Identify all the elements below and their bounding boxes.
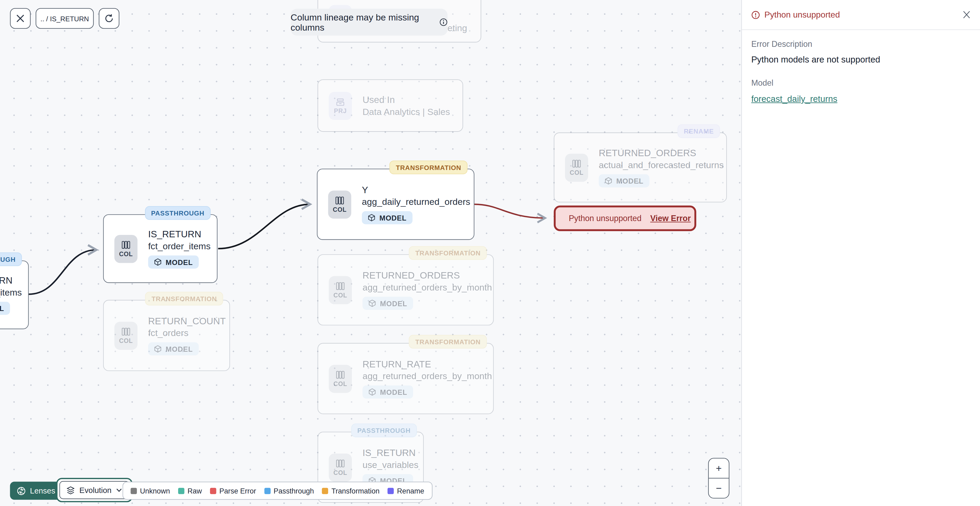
lineage-node-col-return-rate[interactable]: TRANSFORMATIONCOLRETURN_RATEagg_returned… — [317, 343, 494, 414]
model-chip: MODEL — [0, 302, 10, 315]
model-chip-label: MODEL — [380, 300, 407, 307]
columns-icon — [336, 281, 345, 291]
chip-label: COL — [333, 292, 347, 299]
model-cube-icon — [605, 177, 612, 185]
column-chip: COL — [329, 276, 352, 304]
columns-icon — [335, 196, 344, 206]
chip-label: COL — [333, 469, 347, 476]
notice-text: Column lineage may be missing columns — [291, 12, 436, 32]
node-badge-passthrough: PASSTHROUGH — [145, 206, 211, 220]
model-cube-icon — [154, 345, 162, 353]
legend-swatch — [130, 488, 137, 494]
lineage-node-col-is-return[interactable]: PASSTHROUGHCOLIS_RETURNfct_order_itemsMO… — [103, 214, 218, 283]
legend-swatch — [210, 488, 216, 494]
view-error-link[interactable]: View Error — [650, 214, 691, 223]
column-chip: COL — [565, 153, 588, 182]
model-chip-label: MODEL — [0, 305, 4, 312]
lineage-node-col-renamed-returned-orders[interactable]: RENAMECOLRETURNED_ORDERSactual_and_forec… — [554, 132, 727, 203]
node-badge-transformation: TRANSFORMATION — [409, 335, 487, 349]
breadcrumb[interactable]: .. / IS_RETURN — [36, 8, 94, 29]
legend-item-unknown: Unknown — [130, 487, 170, 494]
node-title: Y — [362, 184, 470, 195]
refresh-button[interactable] — [99, 8, 119, 29]
columns-icon — [121, 240, 130, 250]
node-title: Used In — [363, 94, 450, 105]
legend-label: Rename — [397, 487, 424, 494]
columns-icon — [336, 370, 345, 380]
close-lineage-button[interactable] — [10, 8, 31, 29]
error-description-label: Error Description — [751, 39, 971, 49]
legend-label: Passthrough — [274, 487, 314, 494]
node-subtitle: fct_orders — [148, 328, 226, 338]
model-chip: MODEL — [363, 297, 413, 310]
model-chip: MODEL — [362, 211, 412, 224]
lens-mode-label: Evolution — [80, 486, 112, 495]
zoom-out-button[interactable]: − — [709, 479, 729, 498]
node-badge-transformation: TRANSFORMATION — [390, 160, 468, 174]
chip-label: COL — [119, 337, 133, 344]
error-detail-panel: Python unsupported Error Description Pyt… — [741, 0, 980, 506]
node-title: RETURN_RATE — [363, 359, 492, 369]
model-link[interactable]: forecast_daily_returns — [751, 94, 837, 104]
node-subtitle: agg_returned_orders_by_month — [363, 282, 492, 292]
node-subtitle: agg_daily_returned_orders — [362, 197, 470, 207]
model-label: Model — [751, 78, 971, 88]
model-chip-label: MODEL — [380, 388, 407, 396]
legend-swatch — [322, 488, 328, 494]
error-node-python-unsupported[interactable]: Python unsupported View Error — [554, 206, 696, 231]
model-chip-label: MODEL — [165, 258, 193, 266]
panel-title: Python unsupported — [764, 10, 963, 19]
lineage-node-col-returned-orders[interactable]: TRANSFORMATIONCOLRETURNED_ORDERSagg_retu… — [317, 254, 494, 326]
node-subtitle: fct_order_items — [148, 241, 210, 251]
chip-label: COL — [119, 251, 133, 257]
model-chip-label: MODEL — [165, 345, 193, 353]
info-icon[interactable] — [439, 18, 447, 27]
project-icon — [336, 97, 345, 106]
lineage-node-col-y[interactable]: TRANSFORMATIONCOLYagg_daily_returned_ord… — [317, 169, 474, 240]
model-cube-icon — [368, 388, 377, 396]
lineage-node-col-return-count[interactable]: TRANSFORMATIONCOLRETURN_COUNTfct_ordersM… — [103, 300, 230, 371]
lineage-edge-1 — [218, 204, 310, 249]
layers-icon — [66, 486, 75, 495]
chip-label: COL — [333, 206, 347, 213]
node-title: IS_RETURN — [148, 228, 210, 239]
legend-swatch — [178, 488, 185, 494]
legend-label: Transformation — [331, 487, 380, 494]
panel-close-icon[interactable] — [963, 11, 971, 19]
lens-mode-dropdown[interactable]: Evolution — [56, 478, 133, 502]
legend-item-rename: Rename — [388, 487, 424, 494]
model-cube-icon — [154, 258, 162, 266]
column-chip: COL — [329, 453, 352, 482]
model-chip: MODEL — [363, 385, 413, 399]
legend-swatch — [388, 488, 394, 494]
legend-label: Raw — [188, 487, 202, 494]
lineage-legend: UnknownRawParse ErrorPassthroughTransfor… — [123, 482, 432, 500]
model-chip-label: MODEL — [379, 214, 407, 221]
legend-swatch — [264, 488, 270, 494]
node-title: IS_RETURN — [0, 275, 22, 286]
column-chip: COL — [115, 235, 137, 263]
lineage-canvas[interactable]: PRJUsed InData Analytics | MarketingPRJU… — [0, 0, 741, 506]
legend-label: Unknown — [140, 487, 170, 494]
lineage-node-col-is-return-clipped[interactable]: PASSTHROUGHCOLIS_RETURNfct_order_itemsMO… — [0, 260, 29, 329]
model-cube-icon — [368, 299, 377, 308]
model-chip: MODEL — [148, 342, 198, 356]
panel-body: Error Description Python models are not … — [742, 30, 980, 114]
column-chip: COL — [329, 364, 352, 393]
column-chip: COL — [328, 190, 351, 219]
alert-circle-icon — [751, 10, 760, 19]
legend-item-transformation: Transformation — [322, 487, 379, 494]
zoom-in-button[interactable]: + — [709, 459, 729, 479]
close-icon — [16, 14, 24, 22]
node-subtitle: Data Analytics | Sales — [363, 107, 450, 117]
node-title: RETURNED_ORDERS — [599, 147, 724, 158]
model-chip: MODEL — [599, 174, 649, 187]
legend-item-passthrough: Passthrough — [264, 487, 314, 494]
node-badge-passthrough: PASSTHROUGH — [0, 252, 22, 266]
lineage-node-used-in-sales[interactable]: PRJUsed InData Analytics | Sales — [317, 79, 463, 132]
breadcrumb-label: .. / IS_RETURN — [40, 14, 89, 22]
lineage-notice: Column lineage may be missing columns — [291, 9, 447, 36]
lenses-button[interactable]: Lenses — [10, 482, 62, 500]
columns-icon — [572, 158, 581, 169]
node-subtitle: fct_order_items — [0, 287, 22, 297]
